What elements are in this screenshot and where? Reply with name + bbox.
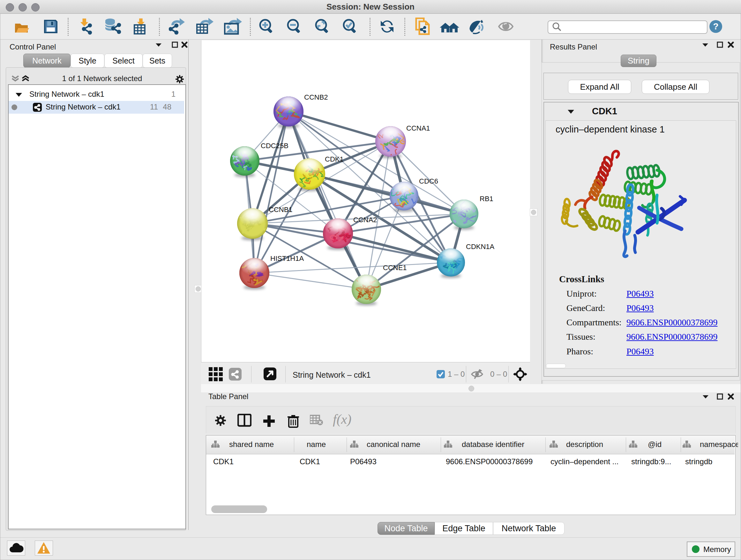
svg-text:CDKN1A: CDKN1A: [466, 243, 495, 251]
svg-text:CCNE1: CCNE1: [383, 264, 407, 272]
svg-text:CDC6: CDC6: [419, 177, 438, 185]
svg-text:CCNA2: CCNA2: [353, 216, 377, 224]
svg-text:?: ?: [713, 21, 718, 31]
svg-text:CDC25B: CDC25B: [261, 142, 288, 150]
svg-text:HIST1H1A: HIST1H1A: [270, 254, 304, 262]
svg-text:CCNA1: CCNA1: [406, 124, 430, 132]
svg-text:CCNB2: CCNB2: [304, 93, 328, 101]
svg-text:RB1: RB1: [480, 195, 493, 203]
svg-text:CDK1: CDK1: [325, 155, 344, 163]
svg-text:CCNB1: CCNB1: [269, 206, 293, 213]
